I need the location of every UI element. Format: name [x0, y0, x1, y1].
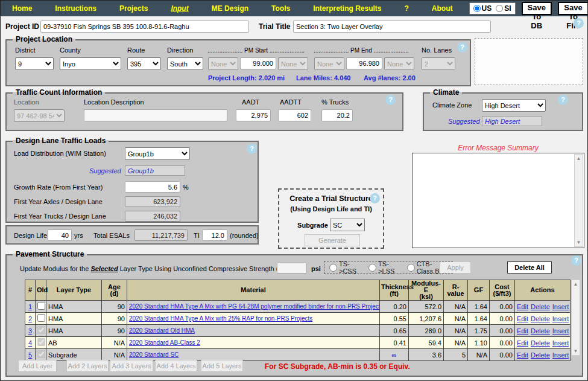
material-link[interactable]: 2020 Standard HMA Type A Mix with 25% RA…	[129, 315, 378, 322]
layer-number-link[interactable]: 2	[28, 315, 32, 322]
material-link[interactable]: 2020 Standard HMA Type A Mix with PG 64-…	[129, 303, 378, 310]
edit-link[interactable]: Edit	[517, 327, 528, 335]
ti-input[interactable]	[202, 229, 227, 241]
si-radio[interactable]	[496, 5, 503, 12]
us-radio[interactable]	[473, 5, 481, 12]
cost-cell: 0.00	[490, 313, 515, 325]
scroll-up-icon[interactable]: ▲	[572, 281, 580, 287]
save-to-file-button[interactable]: Save To File	[558, 2, 588, 15]
wim-select[interactable]: Group1b	[125, 147, 190, 160]
add-4-layers-button[interactable]: Add 4 Layers	[155, 360, 197, 372]
growth-rate-input[interactable]	[125, 181, 180, 193]
material-link[interactable]: 2020 Standard SC	[129, 351, 378, 358]
material-link[interactable]: 2020 Standard Old HMA	[129, 327, 378, 334]
scroll-down-icon[interactable]: ▼	[572, 348, 580, 354]
save-to-db-button[interactable]: Save To DB	[522, 2, 552, 15]
project-location-help-icon[interactable]: ?	[457, 42, 467, 53]
district-select[interactable]: 9	[15, 57, 54, 70]
ts-lss-radio[interactable]	[368, 264, 376, 272]
pct-trucks-input[interactable]	[321, 109, 353, 121]
delete-link[interactable]: Delete	[531, 351, 550, 359]
old-layer-checkbox[interactable]	[37, 326, 45, 334]
route-select[interactable]: 395	[127, 57, 161, 70]
edit-link[interactable]: Edit	[517, 315, 528, 322]
nav-tools[interactable]: Tools	[260, 4, 302, 13]
age-cell: 90	[102, 313, 127, 325]
county-select[interactable]: Inyo	[60, 57, 121, 70]
nav-input[interactable]: Input	[159, 4, 200, 13]
col-cost: Cost ($/ft3)	[490, 280, 515, 301]
apply-button[interactable]: Apply	[440, 261, 471, 274]
page-help-icon[interactable]: ?	[574, 18, 584, 28]
pm-end-input[interactable]	[346, 57, 382, 69]
traffic-loads-help-icon[interactable]: ?	[247, 144, 257, 154]
nav-instructions[interactable]: Instructions	[43, 4, 108, 13]
edit-link[interactable]: Edit	[517, 339, 528, 347]
nav-projects[interactable]: Projects	[108, 4, 159, 13]
table-scrollbar[interactable]: ▲ ▼	[571, 280, 580, 356]
insert-link[interactable]: Insert	[552, 303, 569, 310]
add-5-layers-button[interactable]: Add 5 Layers	[201, 360, 243, 372]
trial-structure-help-icon[interactable]: ?	[370, 193, 380, 203]
generate-button[interactable]: Generate	[305, 234, 360, 246]
gf-cell: N/A	[468, 349, 490, 361]
project-id-input[interactable]	[40, 21, 249, 33]
ctb-class-b-radio[interactable]	[407, 264, 415, 272]
insert-link[interactable]: Insert	[552, 351, 569, 359]
pm-end-suffix-select: None	[384, 57, 414, 70]
insert-link[interactable]: Insert	[552, 327, 569, 335]
scroll-up-icon[interactable]: ▲	[575, 156, 583, 161]
direction-select[interactable]: South	[167, 57, 203, 70]
layer-number-link[interactable]: 1	[28, 303, 32, 310]
nav-interpreting-results[interactable]: Interpreting Results	[302, 4, 393, 13]
old-layer-checkbox[interactable]	[37, 338, 45, 346]
edit-link[interactable]: Edit	[517, 351, 528, 359]
trial-title-input[interactable]	[293, 21, 491, 33]
cost-cell: 0.00	[490, 337, 515, 349]
insert-link[interactable]: Insert	[552, 315, 569, 322]
delete-link[interactable]: Delete	[531, 315, 550, 322]
ts-lss-option[interactable]: TS->LSS	[368, 260, 400, 275]
total-esals-label: Total ESALs	[93, 232, 130, 239]
location-description-input[interactable]	[84, 109, 227, 121]
nav-help[interactable]: ?	[393, 4, 420, 13]
aadtt-input[interactable]	[278, 109, 311, 121]
error-summary-box: ▲ ▼	[412, 153, 584, 248]
delete-link[interactable]: Delete	[531, 303, 550, 310]
material-link[interactable]: 2020 Standard AB-Class 2	[129, 339, 378, 346]
add-3-layers-button[interactable]: Add 3 Layers	[110, 360, 153, 372]
nav-about[interactable]: About	[420, 4, 464, 13]
old-layer-checkbox[interactable]	[37, 314, 45, 322]
pavement-help-icon[interactable]: ?	[571, 255, 581, 266]
delete-all-button[interactable]: Delete All	[507, 261, 552, 274]
nav-me-design[interactable]: ME Design	[200, 4, 260, 13]
pm-start-input[interactable]	[240, 57, 276, 69]
us-radio-option[interactable]: US	[473, 4, 492, 13]
location-description-label: Location Description	[84, 98, 144, 106]
old-layer-checkbox[interactable]	[37, 302, 45, 310]
traffic-count-help-icon[interactable]: ?	[385, 95, 396, 105]
error-summary-scrollbar[interactable]: ▲ ▼	[574, 154, 583, 247]
add-layer-button[interactable]: Add Layer	[18, 360, 57, 372]
delete-link[interactable]: Delete	[531, 339, 550, 347]
layer-number-link[interactable]: 3	[28, 327, 32, 335]
aadt-input[interactable]	[236, 109, 271, 121]
climate-zone-select[interactable]: High Desert	[482, 99, 546, 112]
design-life-input[interactable]	[48, 229, 72, 241]
subgrade-select[interactable]: SC	[330, 219, 365, 231]
old-layer-checkbox[interactable]	[37, 350, 45, 358]
climate-help-icon[interactable]: ?	[558, 95, 568, 105]
nav-home[interactable]: Home	[1, 4, 43, 13]
ucs-input[interactable]	[277, 263, 307, 274]
delete-link[interactable]: Delete	[531, 327, 550, 335]
si-radio-option[interactable]: SI	[496, 4, 511, 13]
age-cell: 90	[102, 325, 127, 337]
edit-link[interactable]: Edit	[517, 303, 528, 310]
ts-css-option[interactable]: TS->CSS	[329, 260, 361, 275]
ts-css-radio[interactable]	[329, 264, 337, 272]
layer-number-link[interactable]: 4	[28, 339, 32, 347]
layer-number-link[interactable]: 5	[28, 351, 32, 359]
insert-link[interactable]: Insert	[552, 339, 569, 347]
scroll-down-icon[interactable]: ▼	[575, 240, 583, 245]
add-2-layers-button[interactable]: Add 2 Layers	[66, 360, 109, 372]
